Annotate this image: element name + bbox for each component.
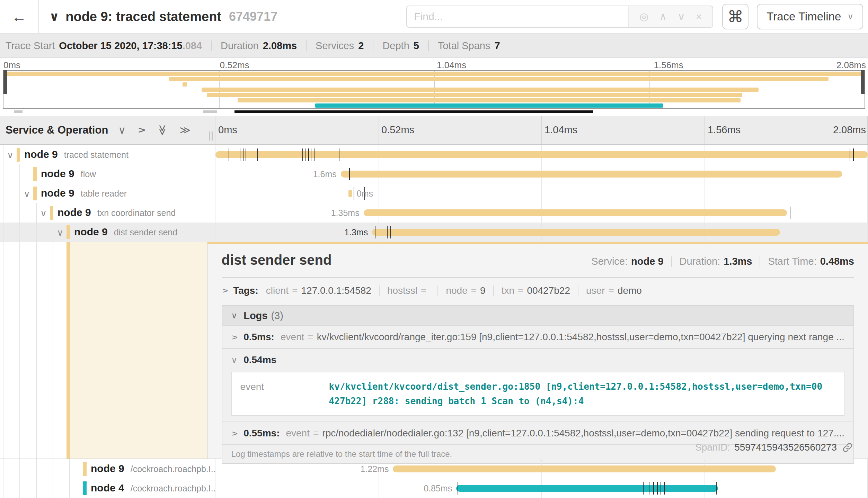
span-row-timeline-cell[interactable]: [215, 145, 868, 164]
chevron-right-icon: ∨: [220, 288, 229, 294]
span-row[interactable]: ∨node 9table reader0ms: [0, 184, 868, 203]
tick-label: 2.08ms: [833, 124, 866, 136]
tree-indent-guide: [19, 164, 20, 184]
tag-value: 127.0.0.1:54582: [301, 285, 371, 296]
logs-accordion: ∨ Logs (3) ∨0.5ms:event=kv/kvclient/kvco…: [222, 305, 854, 464]
span-duration-bar[interactable]: [364, 209, 787, 216]
minimap-drag-handle-left[interactable]: [3, 70, 7, 94]
find-input[interactable]: [406, 6, 628, 28]
match-case-icon[interactable]: ◎: [639, 11, 648, 22]
expand-one-icon[interactable]: ∨: [136, 126, 147, 134]
collapse-one-icon[interactable]: ∨: [118, 125, 126, 135]
span-duration-label: 1.35ms: [331, 208, 360, 218]
find-controls: ◎ ∧ ∨ ×: [628, 6, 713, 28]
chevron-down-icon[interactable]: ∨: [7, 150, 14, 161]
span-color-bar: [33, 167, 37, 181]
trace-id: 6749717: [229, 9, 277, 24]
span-duration-bar[interactable]: [215, 151, 868, 158]
log-event-tick: [850, 148, 850, 161]
tag-equals: =: [518, 285, 523, 296]
scrollbar-thumb[interactable]: [234, 110, 593, 113]
chevron-down-icon[interactable]: ∨: [40, 208, 47, 219]
span-row-tree-cell[interactable]: node 4/cockroach.roachpb.I...: [0, 479, 215, 498]
span-row[interactable]: node 9/cockroach.roachpb.I...1.22ms: [0, 459, 868, 479]
span-row-timeline-cell[interactable]: 0ms: [215, 184, 868, 203]
detail-divider: [222, 277, 854, 278]
link-icon[interactable]: [842, 442, 853, 453]
span-row-tree-cell[interactable]: ∨node 9table reader: [0, 184, 215, 203]
span-row-timeline-cell[interactable]: 0.85ms: [215, 479, 868, 498]
log-entry[interactable]: ∨0.5ms:event=kv/kvclient/kvcoord/range_i…: [222, 325, 853, 348]
tag-item: user=demo: [586, 285, 642, 296]
log-event-tick: [664, 482, 665, 495]
span-row-tree-cell[interactable]: node 9/cockroach.roachpb.I...: [0, 459, 215, 479]
log-timestamp: 0.54ms: [243, 354, 276, 365]
log-entry[interactable]: ∨0.55ms:event=rpc/nodedialer/nodedialer.…: [222, 422, 853, 444]
summary-item-suffix: .084: [183, 40, 202, 52]
span-operation-name: traced statement: [64, 150, 129, 160]
prev-result-icon[interactable]: ∧: [659, 11, 667, 22]
span-rows-top: ∨node 9traced statementnode 9flow1.6ms∨n…: [0, 145, 868, 242]
trace-view-dropdown[interactable]: Trace Timeline ∨: [757, 4, 863, 29]
span-row[interactable]: ∨node 9dist sender send1.3ms: [0, 223, 868, 242]
tick-label: 1.56ms: [708, 124, 741, 136]
log-field-preview: rpc/nodedialer/nodedialer.go:132 [n9,cli…: [322, 428, 844, 439]
log-entry-header[interactable]: ∨0.5ms:event=kv/kvclient/kvcoord/range_i…: [231, 332, 844, 343]
span-id-value: 5597415943526560273: [734, 442, 837, 453]
minimap-canvas[interactable]: [3, 70, 865, 109]
tag-key: hostssl: [387, 285, 417, 296]
span-row-timeline-cell[interactable]: 1.3ms: [215, 223, 868, 242]
log-entry-header[interactable]: ∨0.55ms:event=rpc/nodedialer/nodedialer.…: [231, 428, 844, 439]
span-duration-bar[interactable]: [456, 485, 718, 492]
keyboard-shortcuts-button[interactable]: ⌘: [722, 4, 749, 29]
span-duration-bar[interactable]: [372, 229, 780, 236]
tree-indent-guide: [19, 459, 20, 479]
summary-item-value: 5: [414, 40, 419, 52]
span-row[interactable]: node 4/cockroach.roachpb.I...0.85ms: [0, 479, 868, 498]
chevron-down-icon[interactable]: ∨: [24, 189, 30, 199]
detail-tree-filler: [70, 242, 207, 459]
span-row-tree-cell[interactable]: ∨node 9dist sender send: [0, 223, 215, 242]
next-result-icon[interactable]: ∨: [677, 11, 685, 22]
log-keyvalue-table: eventkv/kvclient/kvcoord/dist_sender.go:…: [231, 372, 844, 416]
log-entry-header[interactable]: ∨0.54ms: [231, 354, 844, 365]
summary-item: Total Spans7: [438, 40, 500, 52]
trace-collapse-chevron-icon[interactable]: ∨: [49, 9, 59, 24]
chevron-down-icon[interactable]: ∨: [57, 227, 63, 238]
span-operation-name: /cockroach.roachpb.I...: [131, 464, 215, 474]
log-event-tick: [649, 482, 649, 495]
scrollbar-track-piece[interactable]: [14, 110, 23, 113]
span-row[interactable]: ∨node 9traced statement: [0, 145, 868, 164]
span-row[interactable]: ∨node 9txn coordinator send1.35ms: [0, 203, 868, 223]
chevron-down-icon: ∨: [231, 355, 238, 365]
tick-label: 0ms: [218, 124, 237, 136]
tree-indent-guide: [19, 223, 20, 242]
span-row[interactable]: node 9flow1.6ms: [0, 164, 868, 184]
minimap-drag-handle-right[interactable]: [861, 70, 865, 94]
clear-search-icon[interactable]: ×: [696, 11, 702, 22]
span-row-timeline-cell[interactable]: 1.35ms: [215, 203, 868, 223]
tags-row[interactable]: ∨ Tags: client=127.0.0.1:54582hostssl=no…: [222, 285, 854, 296]
span-duration-bar[interactable]: [393, 465, 776, 472]
span-duration-bar[interactable]: [341, 171, 842, 178]
log-event-tick: [716, 482, 717, 495]
minimap-scrollbar[interactable]: [0, 110, 868, 115]
detail-span-name: dist sender send: [222, 252, 332, 268]
column-resizer-grip[interactable]: [209, 132, 213, 141]
span-row-timeline-cell[interactable]: 1.22ms: [215, 459, 868, 479]
collapse-all-icon[interactable]: ≫: [157, 125, 168, 135]
span-operation-name: flow: [81, 169, 96, 179]
span-row-tree-cell[interactable]: node 9flow: [0, 164, 215, 184]
span-row-tree-cell[interactable]: ∨node 9traced statement: [0, 145, 215, 164]
back-button[interactable]: ←: [0, 0, 39, 33]
span-duration-bar[interactable]: [348, 190, 352, 197]
log-event-tick: [339, 148, 339, 161]
log-entry[interactable]: ∨0.54mseventkv/kvclient/kvcoord/dist_sen…: [222, 348, 853, 422]
summary-item-value: 2.08ms: [263, 40, 297, 52]
span-row-timeline-cell[interactable]: 1.6ms: [215, 164, 868, 184]
span-row-tree-cell[interactable]: ∨node 9txn coordinator send: [0, 203, 215, 223]
expand-all-icon[interactable]: ≫: [180, 125, 191, 135]
scrollbar-track-piece[interactable]: [203, 110, 217, 113]
tree-indent-guide: [36, 242, 37, 459]
logs-header[interactable]: ∨ Logs (3): [222, 306, 853, 325]
